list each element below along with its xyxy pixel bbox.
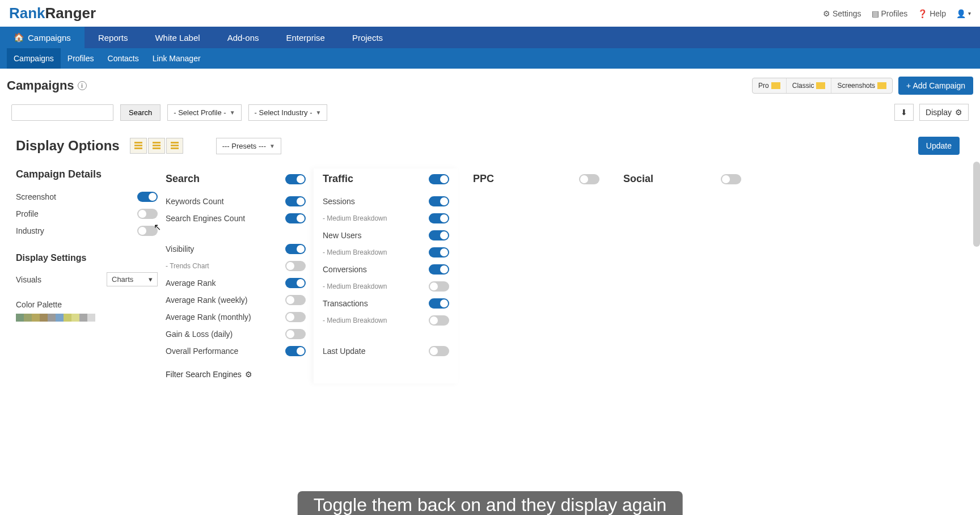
app-header: RankRanger ⚙Settings ▤Profiles ❓Help 👤▾ xyxy=(0,0,980,27)
view-mode-group: Pro Classic Screenshots xyxy=(752,78,893,94)
gear-icon[interactable]: ⚙ xyxy=(245,370,252,379)
user-icon: 👤 xyxy=(956,9,966,18)
select-label: - Select Industry - xyxy=(255,108,312,117)
nav-reports[interactable]: Reports xyxy=(85,27,142,48)
traffic-row: New Users xyxy=(323,227,449,244)
view-label: Screenshots xyxy=(837,82,875,90)
select-industry[interactable]: - Select Industry -▼ xyxy=(248,104,328,121)
toggle-keywords-count[interactable] xyxy=(285,196,306,206)
nav-enterprise[interactable]: Enterprise xyxy=(273,27,339,48)
color-palette[interactable] xyxy=(16,314,158,322)
subnav-campaigns[interactable]: Campaigns xyxy=(7,48,61,69)
palette-color[interactable] xyxy=(79,314,87,322)
palette-color[interactable] xyxy=(24,314,32,322)
update-button[interactable]: Update xyxy=(918,137,960,155)
help-icon: ❓ xyxy=(918,9,927,18)
palette-color[interactable] xyxy=(32,314,40,322)
palette-color[interactable] xyxy=(48,314,56,322)
toggle-gain-loss-daily-[interactable] xyxy=(285,329,306,339)
display-button[interactable]: Display⚙ xyxy=(919,104,969,121)
scrollbar[interactable] xyxy=(973,162,980,247)
profiles-icon: ▤ xyxy=(872,9,879,18)
toggle-average-rank-monthly-[interactable] xyxy=(285,312,306,322)
palette-color[interactable] xyxy=(71,314,79,322)
traffic-row: Sessions xyxy=(323,193,449,210)
ppc-title: PPC xyxy=(473,173,494,185)
palette-color[interactable] xyxy=(16,314,24,322)
toggle-average-rank[interactable] xyxy=(285,278,306,288)
presets-select[interactable]: --- Presets ---▼ xyxy=(216,138,281,154)
toggle-social[interactable] xyxy=(721,174,741,184)
options-panel: Campaign Details ScreenshotProfileIndust… xyxy=(0,162,980,429)
filter-se-label: Filter Search Engines xyxy=(166,370,242,379)
select-profile[interactable]: - Select Profile -▼ xyxy=(167,104,241,121)
layout-buttons xyxy=(130,138,183,154)
toggle-trends-chart[interactable] xyxy=(285,261,306,271)
select-label: - Select Profile - xyxy=(174,108,226,117)
subnav-contacts[interactable]: Contacts xyxy=(101,48,146,69)
gear-icon: ⚙ xyxy=(823,9,830,18)
toggle-ppc[interactable] xyxy=(579,174,599,184)
toggle-search[interactable] xyxy=(285,174,306,184)
toggle-traffic[interactable] xyxy=(429,174,449,184)
palette-color[interactable] xyxy=(40,314,48,322)
toggle-search-engines-count[interactable] xyxy=(285,213,306,223)
info-icon[interactable]: i xyxy=(78,81,87,90)
campaign-detail-label: Industry xyxy=(16,226,44,235)
toggle-medium-breakdown[interactable] xyxy=(429,281,449,292)
layout-3[interactable] xyxy=(166,138,183,154)
subnav-link-manager[interactable]: Link Manager xyxy=(146,48,208,69)
layout-1[interactable] xyxy=(130,138,147,154)
toggle-medium-breakdown[interactable] xyxy=(429,315,449,326)
traffic-row: Transactions xyxy=(323,295,449,312)
search-button[interactable]: Search xyxy=(120,104,160,121)
toggle-screenshot[interactable] xyxy=(137,192,158,202)
search-input[interactable] xyxy=(11,104,113,121)
campaign-detail-label: Profile xyxy=(16,209,39,218)
user-menu[interactable]: 👤▾ xyxy=(956,9,971,18)
toggle-new-users[interactable] xyxy=(429,230,449,240)
toggle-last-update[interactable] xyxy=(429,346,449,356)
download-icon: ⬇ xyxy=(901,108,907,117)
help-link[interactable]: ❓Help xyxy=(918,9,946,18)
display-options-bar: Display Options --- Presets ---▼ Update xyxy=(0,132,980,162)
toggle-average-rank-weekly-[interactable] xyxy=(285,295,306,305)
toggle-medium-breakdown[interactable] xyxy=(429,213,449,223)
toggle-conversions[interactable] xyxy=(429,264,449,275)
nav-white-label[interactable]: White Label xyxy=(141,27,213,48)
nav-campaigns[interactable]: 🏠Campaigns xyxy=(0,27,85,48)
toggle-profile[interactable] xyxy=(137,209,158,219)
traffic-row: Conversions xyxy=(323,261,449,278)
add-campaign-button[interactable]: + Add Campaign xyxy=(898,77,973,95)
nav-projects[interactable]: Projects xyxy=(339,27,396,48)
search-row: Average Rank (monthly) xyxy=(166,309,306,326)
traffic-label: Medium Breakdown xyxy=(323,282,387,290)
traffic-label: Medium Breakdown xyxy=(323,248,387,256)
toggle-sessions[interactable] xyxy=(429,196,449,206)
display-options-title: Display Options xyxy=(16,138,120,154)
settings-link[interactable]: ⚙Settings xyxy=(823,9,861,18)
profiles-label: Profiles xyxy=(881,9,908,18)
search-label: Average Rank (weekly) xyxy=(166,296,247,305)
visuals-select[interactable]: Charts▾ xyxy=(107,272,158,286)
layout-2[interactable] xyxy=(148,138,165,154)
palette-color[interactable] xyxy=(87,314,95,322)
toggle-transactions[interactable] xyxy=(429,298,449,309)
subnav-profiles[interactable]: Profiles xyxy=(61,48,101,69)
nav-addons[interactable]: Add-ons xyxy=(214,27,273,48)
download-button[interactable]: ⬇ xyxy=(894,104,914,121)
view-classic[interactable]: Classic xyxy=(786,78,831,93)
view-pro[interactable]: Pro xyxy=(753,78,786,93)
palette-color[interactable] xyxy=(64,314,71,322)
palette-color[interactable] xyxy=(56,314,64,322)
caret-down-icon: ▾ xyxy=(968,10,971,16)
toggle-visibility[interactable] xyxy=(285,244,306,254)
traffic-row: Medium Breakdown xyxy=(323,210,449,227)
toggle-industry[interactable] xyxy=(137,226,158,236)
view-screenshots[interactable]: Screenshots xyxy=(831,78,892,93)
visuals-value: Charts xyxy=(112,275,133,284)
profiles-link[interactable]: ▤Profiles xyxy=(872,9,908,18)
traffic-row: Medium Breakdown xyxy=(323,244,449,261)
toggle-medium-breakdown[interactable] xyxy=(429,247,449,258)
toggle-overall-performance[interactable] xyxy=(285,346,306,356)
